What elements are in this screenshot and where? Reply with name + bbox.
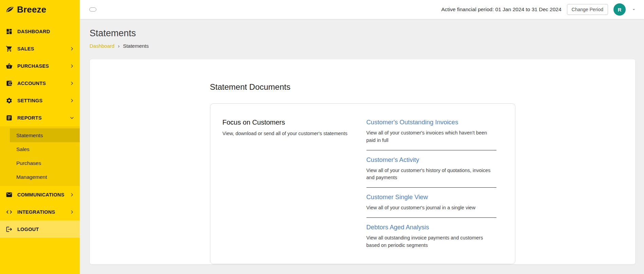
sidebar-item-label: REPORTS — [17, 115, 65, 121]
brand[interactable]: Breeze — [0, 0, 80, 19]
report-link-item: Customer Single View View all of your cu… — [366, 193, 496, 212]
sidebar-item-label: SETTINGS — [17, 98, 65, 103]
sidebar-item-purchases[interactable]: PURCHASES — [0, 57, 80, 75]
sidebar-item-reports[interactable]: REPORTS — [0, 109, 80, 126]
chevron-right-icon — [70, 210, 74, 214]
app-root: Breeze DASHBOARD SALES — [0, 0, 644, 274]
focus-on-customers-panel: Focus on Customers View, download or sen… — [210, 103, 515, 264]
chevron-right-icon — [70, 81, 74, 86]
page-content: Statements Dashboard › Statements Statem… — [80, 19, 644, 274]
chevron-right-icon — [70, 64, 74, 68]
chevron-down-icon — [70, 115, 74, 120]
report-link-item: Customer's Outstanding Invoices View all… — [366, 119, 496, 144]
topbar: Active financial period: 01 Jan 2024 to … — [80, 0, 644, 19]
active-period-text: Active financial period: 01 Jan 2024 to … — [441, 6, 561, 13]
link-description: View all of your customer's invoices whi… — [366, 129, 496, 144]
sidebar-item-label: DASHBOARD — [17, 29, 74, 34]
debtors-aged-analysis-link[interactable]: Debtors Aged Analysis — [366, 224, 496, 231]
sidebar-item-dashboard[interactable]: DASHBOARD — [0, 23, 80, 40]
chevron-right-icon — [70, 98, 74, 103]
sidebar-item-label: PURCHASES — [17, 63, 65, 69]
breeze-logo-icon — [5, 5, 14, 14]
sidebar-item-integrations[interactable]: INTEGRATIONS — [0, 203, 80, 220]
submenu-item-purchases[interactable]: Purchases — [0, 156, 80, 170]
customers-activity-link[interactable]: Customer's Activity — [366, 156, 496, 164]
section-title: Statement Documents — [210, 82, 515, 92]
sidebar-item-settings[interactable]: SETTINGS — [0, 92, 80, 109]
change-period-button[interactable]: Change Period — [567, 4, 608, 15]
submenu-item-sales[interactable]: Sales — [0, 142, 80, 156]
topbar-right: Active financial period: 01 Jan 2024 to … — [441, 3, 637, 16]
divider — [366, 150, 496, 150]
wallet-icon — [5, 80, 13, 87]
submenu-item-statements[interactable]: Statements — [10, 128, 80, 142]
main-column: Active financial period: 01 Jan 2024 to … — [80, 0, 644, 274]
focus-heading: Focus on Customers — [223, 119, 366, 126]
divider — [366, 217, 496, 218]
avatar[interactable]: R — [613, 3, 626, 16]
link-description: View all of your customer's journal in a… — [366, 204, 496, 212]
chevron-right-icon — [70, 46, 74, 51]
breadcrumb-dashboard-link[interactable]: Dashboard — [90, 43, 114, 49]
logout-icon — [5, 226, 13, 233]
link-description: View all of your customer's history of q… — [366, 167, 496, 182]
sidebar-item-label: COMMUNICATIONS — [17, 192, 65, 197]
sidebar-item-logout[interactable]: LOGOUT — [0, 220, 80, 238]
brand-name: Breeze — [17, 4, 46, 15]
breadcrumb-current: Statements — [123, 43, 149, 49]
sidebar-item-label: SALES — [17, 46, 65, 51]
communications-icon — [5, 191, 13, 198]
sidebar-toggle-icon[interactable] — [89, 7, 96, 12]
chevron-down-icon[interactable] — [631, 7, 637, 12]
statements-card: Statement Documents Focus on Customers V… — [90, 59, 636, 265]
customers-outstanding-invoices-link[interactable]: Customer's Outstanding Invoices — [366, 119, 496, 126]
sidebar-item-label: LOGOUT — [17, 227, 74, 232]
breadcrumb-separator-icon: › — [118, 43, 119, 49]
sidebar-item-sales[interactable]: SALES — [0, 40, 80, 57]
sidebar-item-communications[interactable]: COMMUNICATIONS — [0, 186, 80, 203]
link-description: View all outstanding invoice payments an… — [366, 234, 496, 249]
gear-icon — [5, 97, 13, 104]
sidebar: Breeze DASHBOARD SALES — [0, 0, 80, 274]
dashboard-icon — [5, 28, 13, 35]
chevron-right-icon — [70, 192, 74, 197]
sidebar-item-label: INTEGRATIONS — [17, 209, 65, 215]
divider — [366, 187, 496, 188]
report-link-item: Debtors Aged Analysis View all outstandi… — [366, 224, 496, 249]
report-link-item: Customer's Activity View all of your cus… — [366, 156, 496, 182]
sidebar-nav: DASHBOARD SALES PURCHASES — [0, 19, 80, 238]
page-title: Statements — [90, 28, 636, 39]
card-content-column: Statement Documents Focus on Customers V… — [210, 59, 515, 264]
panel-links-column: Customer's Outstanding Invoices View all… — [366, 119, 496, 249]
sidebar-item-label: ACCOUNTS — [17, 81, 65, 86]
panel-left-column: Focus on Customers View, download or sen… — [223, 119, 366, 249]
report-icon — [5, 114, 13, 122]
cart-icon — [5, 45, 13, 52]
basket-icon — [5, 62, 13, 70]
code-icon — [5, 208, 13, 216]
sidebar-item-accounts[interactable]: ACCOUNTS — [0, 75, 80, 92]
customer-single-view-link[interactable]: Customer Single View — [366, 193, 496, 201]
submenu-item-management[interactable]: Management — [0, 170, 80, 184]
breadcrumb: Dashboard › Statements — [90, 43, 636, 49]
reports-submenu: Statements Sales Purchases Management — [0, 126, 80, 186]
focus-subheading: View, download or send all of your custo… — [223, 131, 366, 136]
